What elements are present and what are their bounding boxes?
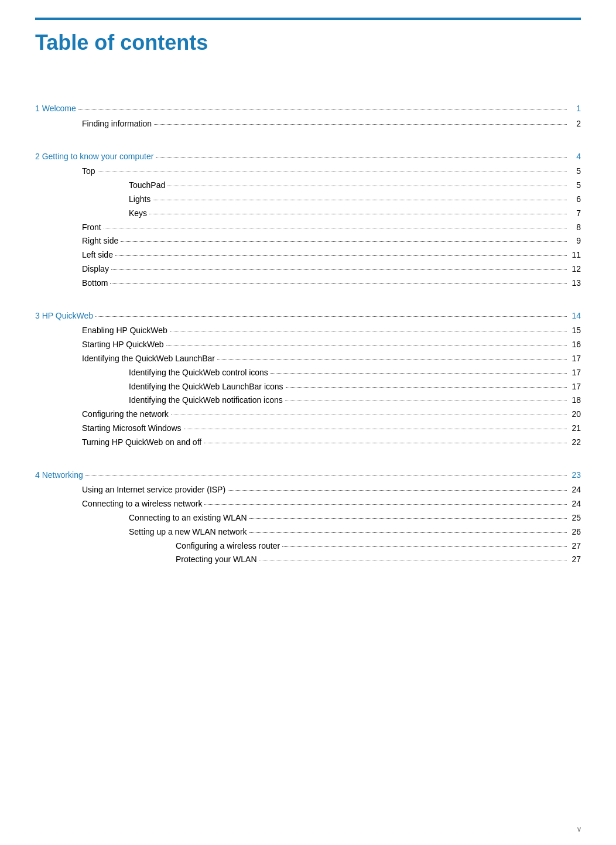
toc-item: Turning HP QuickWeb on and off22 bbox=[35, 436, 581, 450]
toc-item: Left side11 bbox=[35, 248, 581, 262]
toc-item-page: 9 bbox=[569, 234, 581, 248]
toc-item-dots bbox=[153, 200, 567, 200]
toc-item-page: 21 bbox=[569, 422, 581, 436]
toc-item-page: 24 bbox=[569, 483, 581, 497]
toc-item-dots bbox=[184, 429, 567, 429]
toc-item-page: 7 bbox=[569, 207, 581, 221]
toc-item-page: 16 bbox=[569, 338, 581, 352]
toc-item-label: Keys bbox=[129, 207, 147, 221]
section-4-dots bbox=[85, 475, 567, 476]
toc-item-dots bbox=[171, 415, 567, 415]
toc-item-page: 26 bbox=[569, 525, 581, 539]
toc-item-label: Configuring the network bbox=[82, 408, 169, 422]
toc-item: Identifying the QuickWeb LaunchBar icons… bbox=[35, 380, 581, 394]
toc-item-page: 17 bbox=[569, 352, 581, 366]
page-title: Table of contents bbox=[35, 30, 581, 55]
toc-item-dots bbox=[259, 560, 567, 560]
toc-item: Identifying the QuickWeb LaunchBar17 bbox=[35, 352, 581, 366]
section-3-dots bbox=[95, 316, 567, 317]
toc-item-label: Starting HP QuickWeb bbox=[82, 338, 164, 352]
toc-item-label: TouchPad bbox=[129, 179, 165, 193]
toc-item: Using an Internet service provider (ISP)… bbox=[35, 483, 581, 497]
toc-item-page: 27 bbox=[569, 539, 581, 553]
toc-item: Enabling HP QuickWeb15 bbox=[35, 324, 581, 338]
toc-item: Bottom13 bbox=[35, 276, 581, 290]
toc-item: Starting Microsoft Windows21 bbox=[35, 422, 581, 436]
toc-item-label: Identifying the QuickWeb notification ic… bbox=[129, 394, 283, 408]
toc-item-label: Turning HP QuickWeb on and off bbox=[82, 436, 201, 450]
toc-item: Setting up a new WLAN network26 bbox=[35, 525, 581, 539]
section-2-page: 4 bbox=[569, 150, 581, 164]
toc-item-dots bbox=[282, 546, 567, 547]
toc-item-page: 17 bbox=[569, 380, 581, 394]
toc-item-label: Protecting your WLAN bbox=[176, 553, 257, 567]
toc-item-label: Front bbox=[82, 221, 101, 235]
toc-item-label: Starting Microsoft Windows bbox=[82, 422, 182, 436]
toc-item: Configuring the network20 bbox=[35, 408, 581, 422]
section-2-label: 2 Getting to know your computer bbox=[35, 150, 153, 164]
toc-item-label: Identifying the QuickWeb LaunchBar icons bbox=[129, 380, 283, 394]
top-border bbox=[35, 18, 581, 20]
toc-item: Right side9 bbox=[35, 234, 581, 248]
toc-item-page: 27 bbox=[569, 553, 581, 567]
toc-item-label: Finding information bbox=[82, 117, 152, 131]
toc-item-label: Connecting to a wireless network bbox=[82, 497, 202, 511]
toc-item-page: 22 bbox=[569, 436, 581, 450]
toc-item: Front8 bbox=[35, 221, 581, 235]
section-2-dots bbox=[156, 157, 567, 158]
toc-item: Finding information2 bbox=[35, 117, 581, 131]
section-1-page: 1 bbox=[569, 102, 581, 116]
section-1-dots bbox=[78, 109, 567, 110]
toc-item-dots bbox=[204, 443, 567, 443]
toc-item-label: Right side bbox=[82, 234, 118, 248]
toc-item-dots bbox=[111, 269, 567, 270]
toc-item-dots bbox=[104, 228, 567, 228]
toc-item-label: Using an Internet service provider (ISP) bbox=[82, 483, 225, 497]
toc-item-page: 2 bbox=[569, 117, 581, 131]
toc-item: Protecting your WLAN27 bbox=[35, 553, 581, 567]
toc-item-page: 18 bbox=[569, 394, 581, 408]
toc-container: 1 Welcome1Finding information22 Getting … bbox=[35, 102, 581, 567]
toc-item: Display12 bbox=[35, 262, 581, 276]
toc-item-dots bbox=[170, 331, 567, 331]
toc-item-page: 13 bbox=[569, 276, 581, 290]
toc-item-label: Configuring a wireless router bbox=[176, 539, 280, 553]
toc-item-label: Lights bbox=[129, 193, 150, 207]
toc-item-label: Top bbox=[82, 165, 95, 179]
toc-item: Configuring a wireless router27 bbox=[35, 539, 581, 553]
section-3-page: 14 bbox=[569, 309, 581, 323]
section-3-label: 3 HP QuickWeb bbox=[35, 309, 93, 323]
toc-item-label: Connecting to an existing WLAN bbox=[129, 511, 247, 525]
toc-item-dots bbox=[204, 504, 567, 505]
toc-item-dots bbox=[249, 518, 567, 519]
toc-item-dots bbox=[249, 532, 567, 533]
toc-item-label: Enabling HP QuickWeb bbox=[82, 324, 167, 338]
toc-item-page: 24 bbox=[569, 497, 581, 511]
toc-item-dots bbox=[228, 490, 567, 491]
toc-item: Connecting to a wireless network24 bbox=[35, 497, 581, 511]
toc-item-dots bbox=[286, 387, 567, 388]
toc-section-1: 1 Welcome1 bbox=[35, 102, 581, 116]
toc-item-dots bbox=[149, 214, 567, 214]
toc-item-page: 17 bbox=[569, 366, 581, 380]
toc-item-dots bbox=[110, 283, 567, 284]
toc-item-label: Display bbox=[82, 262, 109, 276]
toc-item-label: Left side bbox=[82, 248, 113, 262]
toc-item-label: Identifying the QuickWeb LaunchBar bbox=[82, 352, 215, 366]
toc-item-page: 12 bbox=[569, 262, 581, 276]
toc-item: Lights6 bbox=[35, 193, 581, 207]
toc-item: Keys7 bbox=[35, 207, 581, 221]
section-4-page: 23 bbox=[569, 468, 581, 483]
toc-item: Connecting to an existing WLAN25 bbox=[35, 511, 581, 525]
toc-item-dots bbox=[115, 255, 567, 256]
toc-item: Top5 bbox=[35, 165, 581, 179]
section-4-label: 4 Networking bbox=[35, 468, 83, 483]
toc-item-dots bbox=[217, 359, 567, 360]
toc-section-4: 4 Networking23 bbox=[35, 468, 581, 483]
toc-item-page: 5 bbox=[569, 179, 581, 193]
toc-item: TouchPad5 bbox=[35, 179, 581, 193]
toc-item: Identifying the QuickWeb notification ic… bbox=[35, 394, 581, 408]
toc-item: Starting HP QuickWeb16 bbox=[35, 338, 581, 352]
toc-item-dots bbox=[166, 345, 567, 345]
toc-item-page: 11 bbox=[569, 248, 581, 262]
